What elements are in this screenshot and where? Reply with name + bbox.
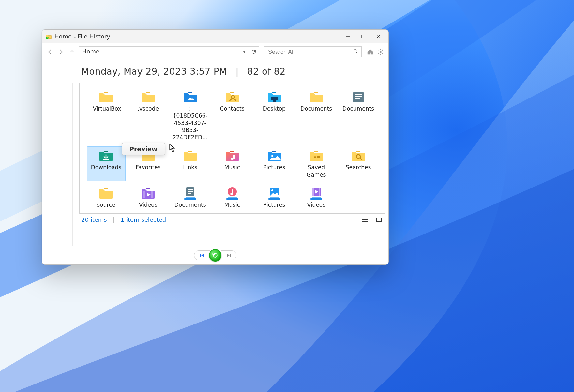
svg-rect-20: [188, 193, 191, 194]
close-button[interactable]: [371, 30, 386, 43]
file-item-label: ::{018D5C66-4533-4307-9B53-224DE2ED…: [173, 105, 208, 141]
file-item[interactable]: Pictures: [255, 146, 294, 181]
svg-rect-7: [353, 92, 364, 102]
file-item[interactable]: Videos: [129, 184, 168, 211]
nav-forward-button[interactable]: [56, 47, 66, 56]
previous-version-button[interactable]: [194, 250, 210, 260]
status-bar: 20 items | 1 item selected: [79, 214, 385, 223]
file-item-label: Videos: [307, 201, 325, 208]
svg-rect-21: [184, 198, 196, 200]
icons-view-button[interactable]: [375, 216, 383, 223]
details-view-button[interactable]: [360, 216, 369, 223]
svg-rect-1: [362, 35, 365, 38]
file-history-window: Home - File History Home ▾: [42, 29, 389, 265]
refresh-button[interactable]: [248, 46, 259, 57]
file-item[interactable]: Favorites: [129, 146, 168, 181]
file-item[interactable]: Documents: [171, 184, 210, 211]
svg-point-3: [380, 51, 382, 53]
file-item[interactable]: Links: [171, 146, 210, 181]
file-item-label: Documents: [342, 105, 374, 112]
svg-rect-9: [355, 96, 362, 97]
next-version-button[interactable]: [221, 250, 236, 260]
file-item-label: Pictures: [263, 164, 285, 171]
lib-videos-icon: [309, 186, 324, 200]
nav-back-button[interactable]: [45, 47, 54, 56]
snapshot-header: Monday, May 29, 2023 3:57 PM | 82 of 82: [42, 60, 388, 83]
history-nav-controls: [42, 246, 388, 264]
address-bar[interactable]: Home ▾: [79, 46, 248, 57]
file-item-label: Pictures: [263, 201, 285, 208]
svg-point-12: [314, 156, 316, 158]
file-item-label: Favorites: [136, 164, 161, 171]
file-item[interactable]: Saved Games: [297, 146, 336, 181]
music-icon: [224, 149, 240, 162]
file-item-label: Downloads: [91, 164, 121, 171]
contacts-icon: [224, 90, 240, 104]
svg-rect-24: [226, 198, 238, 200]
svg-rect-35: [376, 218, 382, 222]
file-item-label: Contacts: [220, 105, 244, 112]
file-item-label: Music: [224, 164, 240, 171]
svg-rect-29: [270, 197, 279, 198]
titlebar[interactable]: Home - File History: [42, 30, 388, 43]
folder-icon: [98, 186, 114, 200]
file-item[interactable]: Searches: [339, 146, 378, 181]
svg-rect-16: [151, 191, 153, 198]
svg-rect-15: [144, 191, 145, 198]
sidebar: [45, 83, 73, 246]
header-separator: |: [235, 66, 239, 77]
videos-icon: [140, 186, 156, 200]
desktop-icon: [266, 90, 282, 104]
file-item[interactable]: source: [87, 184, 126, 211]
svg-rect-25: [228, 197, 237, 198]
file-item[interactable]: Documents: [339, 88, 378, 144]
restore-button[interactable]: [209, 249, 221, 262]
file-item[interactable]: Downloads: [87, 146, 126, 181]
saved-games-icon: [309, 149, 324, 162]
file-item-label: Music: [224, 201, 240, 208]
status-item-count: 20 items: [81, 216, 107, 223]
home-button[interactable]: [366, 47, 375, 56]
svg-rect-18: [188, 189, 193, 190]
file-item[interactable]: Contacts: [213, 88, 252, 144]
search-box[interactable]: [264, 46, 362, 57]
folder-icon: [140, 90, 156, 104]
file-item[interactable]: Pictures: [255, 184, 294, 211]
svg-rect-31: [312, 188, 314, 196]
file-item[interactable]: Videos: [297, 184, 336, 211]
file-item-label: Desktop: [263, 105, 286, 112]
file-history-app-icon: [45, 33, 52, 40]
file-item[interactable]: .VirtualBox: [87, 88, 126, 144]
svg-rect-5: [271, 97, 278, 100]
searches-icon: [351, 149, 366, 162]
file-item-label: Searches: [346, 164, 371, 171]
svg-rect-19: [188, 191, 193, 192]
svg-rect-8: [355, 94, 362, 95]
settings-button[interactable]: [376, 47, 385, 56]
snapshot-position: 82 of 82: [247, 66, 286, 77]
file-item-label: Documents: [174, 201, 206, 208]
folder-icon: [98, 90, 114, 104]
file-item-label: Documents: [300, 105, 332, 112]
maximize-button[interactable]: [356, 30, 371, 43]
svg-point-2: [354, 50, 356, 52]
search-icon: [353, 49, 358, 55]
search-input[interactable]: [267, 48, 350, 56]
minimize-button[interactable]: [341, 30, 356, 43]
file-item[interactable]: ::{018D5C66-4533-4307-9B53-224DE2ED…: [171, 88, 210, 144]
file-panel[interactable]: Preview .VirtualBox .vscode ::{0: [79, 83, 385, 214]
address-dropdown-icon[interactable]: ▾: [243, 50, 245, 54]
file-item[interactable]: Music: [213, 184, 252, 211]
svg-point-11: [271, 155, 273, 157]
folder-icon: [309, 90, 324, 104]
file-item[interactable]: Desktop: [255, 88, 294, 144]
file-item[interactable]: Documents: [297, 88, 336, 144]
window-title: Home - File History: [54, 33, 110, 40]
onedrive-icon: [182, 90, 198, 104]
nav-up-button[interactable]: [68, 47, 77, 56]
file-item[interactable]: .vscode: [129, 88, 168, 144]
file-item-label: Saved Games: [298, 164, 334, 178]
file-item[interactable]: Music: [213, 146, 252, 181]
svg-rect-22: [186, 197, 195, 198]
folder-icon: [140, 149, 156, 162]
